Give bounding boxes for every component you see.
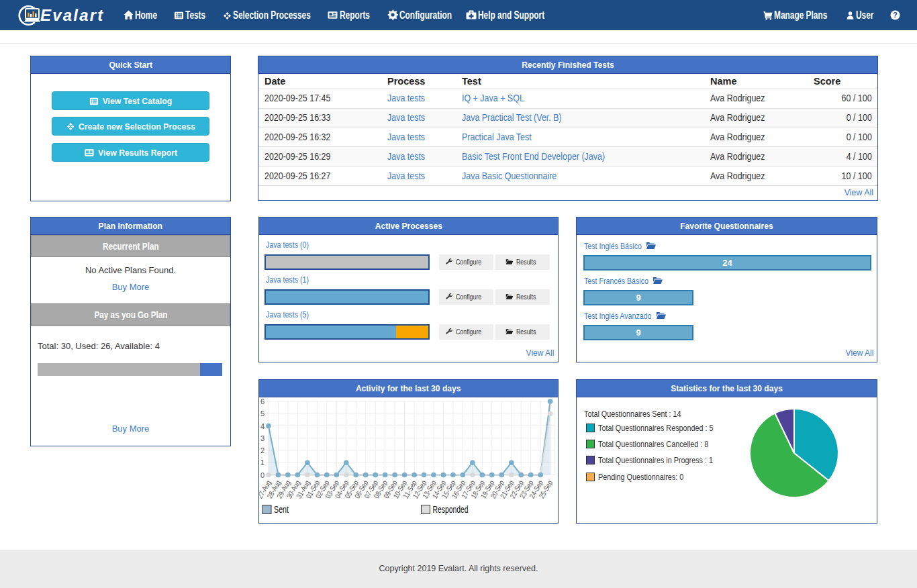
svg-text:1: 1 — [260, 458, 264, 467]
svg-text:Sent: Sent — [274, 504, 289, 515]
svg-text:6: 6 — [260, 397, 264, 405]
svg-text:4: 4 — [260, 422, 264, 430]
svg-text:2: 2 — [260, 446, 264, 454]
svg-text:Evalart: Evalart — [40, 6, 104, 24]
svg-text:?: ? — [893, 11, 898, 19]
svg-text:Responded: Responded — [433, 504, 469, 515]
svg-text:0: 0 — [260, 471, 264, 479]
svg-text:5: 5 — [260, 409, 264, 418]
svg-text:3: 3 — [260, 434, 264, 442]
